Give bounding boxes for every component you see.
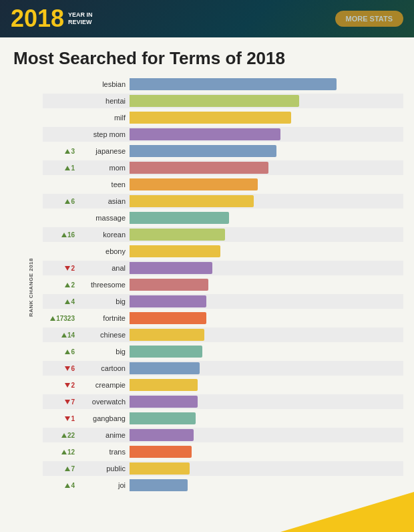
rank-change: 6 [43,198,77,205]
rank-change: 7 [43,465,77,473]
bar [130,295,206,307]
up-arrow-icon [65,350,70,354]
rank-number: 7 [71,398,75,406]
bar-area [130,412,403,424]
bar [130,462,190,475]
bar-area [130,462,403,475]
rank-change: 2 [43,265,77,272]
up-arrow-icon [61,333,67,338]
rank-number: 3 [71,148,75,155]
rank-change: 2 [43,382,77,389]
bar-area [130,279,403,291]
bar-row: 7public [43,461,403,476]
logo-tagline: YEAR IN REVIEW [68,11,93,26]
up-arrow-icon [65,283,70,287]
rank-number: 6 [71,365,75,372]
bar [130,162,268,174]
bar-area [130,78,403,90]
logo: 2018 YEAR IN REVIEW [11,7,93,31]
up-arrow-icon [65,299,70,304]
bar [130,112,291,124]
rank-change: 6 [43,348,77,356]
rank-number: 2 [71,281,75,289]
bar [130,195,254,207]
bar-area [130,229,403,241]
bar [130,212,229,224]
term-label: anal [77,264,130,272]
bar [130,245,220,257]
term-label: fortnite [77,314,130,322]
bar [130,262,212,274]
rank-change: 2 [43,281,77,289]
bar-area [130,379,403,391]
term-label: massage [77,214,130,222]
up-arrow-icon [50,316,55,321]
bar-area [130,245,403,257]
y-axis-label: RANK CHANGE 2018 [28,257,34,316]
bar-row: massage [43,211,403,225]
bar-row: 6cartoon [43,361,403,376]
rank-number: 2 [71,382,75,389]
bar-row: 3japanese [43,144,403,158]
rank-number: 4 [71,482,75,489]
more-stats-button[interactable]: MORE STATS [335,11,403,27]
rank-number: 6 [71,348,75,356]
bar [130,429,194,441]
bar [130,329,204,341]
bar-row: 7overwatch [43,394,403,409]
bar-area [130,195,403,207]
up-arrow-icon [61,233,67,237]
rank-change: 4 [43,298,77,305]
chart-inner: lesbianhentaimilfstep mom3japanese1momte… [43,77,403,493]
up-arrow-icon [61,433,67,438]
term-label: japanese [77,147,130,155]
bar-row: 6asian [43,194,403,209]
down-arrow-icon [65,383,70,388]
term-label: joi [77,481,130,489]
bar [130,95,299,107]
bar [130,479,188,491]
rank-number: 12 [67,448,75,456]
rank-number: 7 [71,465,75,473]
bar-row: ebony [43,244,403,259]
term-label: asian [77,197,130,205]
bar-row: 22anime [43,428,403,442]
bar-area [130,295,403,307]
term-label: lesbian [77,80,130,88]
bar [130,362,200,374]
rank-number: 17323 [56,315,75,322]
bar-area [130,145,403,157]
bar-area [130,312,403,324]
bar [130,346,202,358]
bar-row: hentai [43,94,403,108]
term-label: big [77,297,130,305]
bar [130,312,206,324]
rank-number: 1 [71,415,75,422]
bar-row: lesbian [43,77,403,92]
bar-row: 4joi [43,478,403,493]
term-label: trans [77,448,130,456]
bar-area [130,112,403,124]
bar-area [130,346,403,358]
bar-row: 12trans [43,444,403,459]
header: 2018 YEAR IN REVIEW MORE STATS [0,0,414,37]
rank-change: 7 [43,398,77,406]
rank-change: 17323 [43,315,77,322]
term-label: cartoon [77,364,130,372]
up-arrow-icon [61,450,67,454]
down-arrow-icon [65,416,70,421]
bar-area [130,479,403,491]
bar-row: 1gangbang [43,411,403,426]
term-label: big [77,348,130,356]
term-label: step mom [77,130,130,138]
bar-area [130,128,403,140]
chart-container: RANK CHANGE 2018 lesbianhentaimilfstep m… [0,74,414,500]
bar [130,178,258,190]
page-title: Most Searched for Terms of 2018 [0,37,414,74]
bar-area [130,446,403,458]
bar [130,446,192,458]
bar-area [130,162,403,174]
term-label: gangbang [77,414,130,422]
rank-change: 6 [43,365,77,372]
rank-change: 4 [43,482,77,489]
